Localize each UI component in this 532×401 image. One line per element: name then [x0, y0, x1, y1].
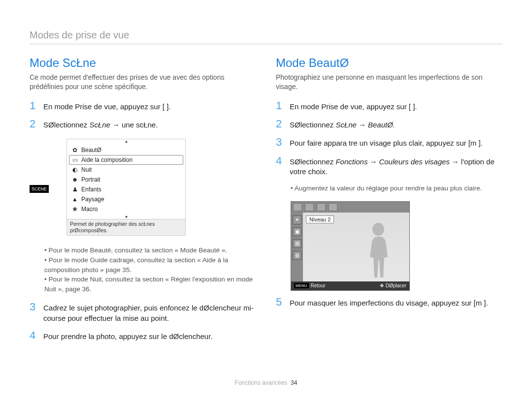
col-scene: Mode ScŁne Ce mode permet d'effectuer de…: [30, 56, 256, 348]
top-chip-icon: [293, 203, 302, 211]
scene-menu-item[interactable]: ▲Paysage: [69, 194, 183, 204]
footer-label: Fonctions avancées: [235, 379, 288, 386]
scene-item-label: Aide la composition: [81, 156, 133, 163]
step-number: 4: [30, 330, 38, 341]
beauty-step-1: 1 En mode Prise de vue, appuyez sur [ ].: [276, 100, 502, 112]
step-number: 5: [276, 297, 285, 308]
person-silhouette-icon: [361, 220, 396, 279]
scene-item-icon: ▭: [71, 156, 78, 163]
settings-icon: ▤: [293, 239, 301, 248]
step-text: En mode Prise de vue, appuyez sur [ ].: [43, 100, 256, 112]
scene-bullets: Pour le mode Beauté, consultez la sectio…: [44, 246, 256, 294]
beauty-step-4: 4 SØlectionnez Fonctions→Couleurs des vi…: [276, 155, 502, 177]
scene-item-label: Nuit: [81, 166, 92, 173]
step-number: 3: [30, 302, 38, 312]
scene-menu-list: ✿BeautØ▭Aide la composition◐Nuit☻Portrai…: [67, 143, 185, 215]
step-text: Pour faire appara tre un visage plus cla…: [290, 137, 502, 148]
scene-menu-wrap: SCENE ▴ ✿BeautØ▭Aide la composition◐Nuit…: [30, 137, 256, 241]
step1-text: En mode Prise de vue, appuyez sur [ ].: [43, 102, 170, 111]
page-footer: Fonctions avancées 34: [0, 379, 532, 386]
bullet-item: Pour le mode Beauté, consultez la sectio…: [44, 246, 256, 255]
move-button[interactable]: ✥ DØplacer: [380, 283, 406, 288]
step4-fonctions: Fonctions: [335, 157, 367, 166]
scene-menu-item[interactable]: ◐Nuit: [69, 165, 183, 175]
beauty-steps: 1 En mode Prise de vue, appuyez sur [ ].…: [276, 100, 502, 177]
scene-item-icon: ◐: [71, 166, 78, 173]
step-text: SØlectionnez Fonctions→Couleurs des visa…: [290, 155, 502, 177]
beauty-title: Mode BeautØ: [276, 56, 502, 70]
beauty-steps-cont: 5 Pour masquer les imperfections du visa…: [276, 297, 502, 308]
bullet-item: Pour le mode Nuit, consultez la section …: [44, 275, 256, 294]
right-arrow-icon: →: [369, 157, 377, 166]
step-number: 1: [30, 100, 38, 111]
beauty-intro: Photographiez une personne en masquant l…: [276, 73, 502, 92]
step2-target: BeautØ.: [368, 121, 395, 129]
scene-menu-item[interactable]: ✿BeautØ: [69, 145, 183, 155]
scene-menu-hint: Permet de photographier des scŁnes prØco…: [67, 219, 185, 235]
top-chip-icon: [329, 203, 337, 211]
scene-steps-cont: 3 Cadrez le sujet photographier, puis en…: [30, 302, 256, 341]
step-text: SØlectionnez ScŁne→une scŁne.: [43, 119, 256, 130]
beauty-bullets: Augmentez la valeur du réglage pour rend…: [291, 184, 502, 193]
step-text: En mode Prise de vue, appuyez sur [ ].: [290, 100, 502, 112]
right-arrow-icon: →: [452, 157, 459, 166]
beauty-leftbar: ✦ ▣ ▤ ◍: [291, 213, 303, 281]
step2-prefix: SØlectionnez: [43, 121, 89, 129]
right-arrow-icon: →: [112, 121, 120, 129]
back-button[interactable]: MENU Retour: [294, 283, 326, 288]
step2-suffix: une scŁne.: [122, 121, 158, 129]
scene-menu-item[interactable]: ♟Enfants: [69, 185, 183, 194]
scene-item-icon: ▲: [71, 196, 78, 203]
scene-title: Mode ScŁne: [30, 56, 256, 70]
step4-prefix: SØlectionnez: [290, 157, 335, 166]
page: Modes de prise de vue Mode ScŁne Ce mode…: [0, 0, 532, 401]
step-number: 2: [276, 119, 285, 129]
scene-menu-item[interactable]: ☻Portrait: [69, 175, 183, 185]
step2-scene: ScŁne: [335, 121, 357, 129]
step-number: 2: [30, 119, 38, 129]
scene-menu-item[interactable]: ❀Macro: [69, 204, 183, 214]
scene-item-icon: ♟: [71, 186, 78, 193]
beauty-preview: ✦ ▣ ▤ ◍ Niveau 2 MENU Retour ✥ DØp: [291, 201, 410, 291]
scene-step-3: 3 Cadrez le sujet photographier, puis en…: [30, 302, 256, 323]
step-text: Pour masquer les imperfections du visage…: [290, 297, 502, 308]
dpad-icon: ✥: [380, 283, 384, 288]
scene-menu: ▴ ✿BeautØ▭Aide la composition◐Nuit☻Portr…: [66, 139, 186, 236]
scene-item-label: Paysage: [81, 196, 104, 203]
face-tone-icon: ✦: [293, 216, 301, 224]
top-chip-icon: [317, 203, 326, 211]
mode-icon: ◍: [293, 251, 301, 260]
columns: Mode ScŁne Ce mode permet d'effectuer de…: [30, 56, 502, 348]
step-number: 3: [276, 137, 285, 148]
scene-badge: SCENE: [30, 185, 49, 193]
step-number: 4: [276, 155, 285, 166]
step4-couleurs: Couleurs des visages: [379, 157, 449, 166]
scene-item-icon: ❀: [71, 206, 78, 213]
beauty-step-2: 2 SØlectionnez ScŁne→BeautØ.: [276, 119, 502, 130]
scene-intro: Ce mode permet d'effectuer des prises de…: [30, 73, 256, 92]
retouch-icon: ▣: [293, 227, 301, 236]
step-text: SØlectionnez ScŁne→BeautØ.: [290, 119, 502, 130]
beauty-step-3: 3 Pour faire appara tre un visage plus c…: [276, 137, 502, 148]
back-label: Retour: [311, 283, 326, 288]
scene-step-1: 1 En mode Prise de vue, appuyez sur [ ].: [30, 100, 256, 112]
beauty-bullet-1: Augmentez la valeur du réglage pour rend…: [291, 184, 502, 193]
move-label: DØplacer: [386, 283, 406, 288]
scene-item-label: Macro: [81, 206, 98, 213]
beauty-step-5: 5 Pour masquer les imperfections du visa…: [276, 297, 502, 308]
section-header: Modes de prise de vue: [30, 30, 502, 44]
scene-step-2: 2 SØlectionnez ScŁne→une scŁne.: [30, 119, 256, 130]
menu-icon: MENU: [294, 283, 309, 288]
step-text: Pour prendre la photo, appuyez sur le dØ…: [43, 330, 256, 341]
scene-menu-item[interactable]: ▭Aide la composition: [69, 155, 183, 165]
scene-item-label: BeautØ: [81, 147, 101, 154]
step2-scene: ScŁne: [89, 121, 110, 129]
page-number: 34: [291, 379, 297, 386]
step2-prefix: SØlectionnez: [290, 121, 335, 129]
chevron-up-icon: ▴: [67, 139, 185, 143]
scene-steps: 1 En mode Prise de vue, appuyez sur [ ].…: [30, 100, 256, 130]
chevron-down-icon: ▾: [67, 215, 185, 219]
bullet-item: Pour le mode Guide cadrage, consultez la…: [44, 255, 256, 275]
step-number: 1: [276, 100, 285, 111]
scene-item-icon: ☻: [71, 176, 78, 183]
